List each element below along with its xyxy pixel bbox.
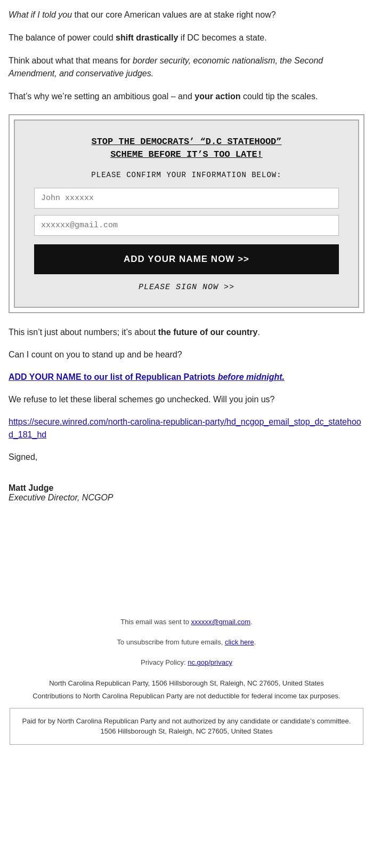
paragraph-7: We refuse to let these liberal schemes g… — [9, 393, 364, 407]
sent-to-prefix: This email was sent to — [120, 618, 191, 626]
unsubscribe-link[interactable]: click here — [225, 638, 254, 646]
p1-rest: that our core American values are at sta… — [72, 10, 275, 19]
spacer — [9, 512, 364, 576]
footer-address: North Carolina Republican Party, 1506 Hi… — [5, 678, 368, 689]
form-subtext: PLEASE CONFIRM YOUR INFORMATION BELOW: — [34, 171, 339, 179]
submit-button[interactable]: ADD YOUR NAME NOW >> — [34, 244, 339, 274]
p4-bold: your action — [194, 92, 240, 101]
url-link[interactable]: https://secure.winred.com/north-carolina… — [9, 416, 364, 441]
italic-start: What if I told you — [9, 10, 72, 19]
paragraph-4: That’s why we’re setting an ambitious go… — [9, 90, 364, 103]
p5-bold: the future of our country — [158, 328, 258, 337]
p5-end: . — [257, 328, 260, 337]
headline-line2: SCHEME BEFORE IT’S TOO LATE! — [110, 149, 263, 160]
form-headline: STOP THE DEMOCRATS’ “D.C STATEHOOD” SCHE… — [34, 136, 339, 161]
cta-link-text-start: ADD YOUR NAME to our list of Republican … — [9, 372, 218, 381]
paragraph-3: Think about what that means for border s… — [9, 54, 364, 81]
p4-start: That’s why we’re setting an ambitious go… — [9, 92, 194, 101]
email-input[interactable] — [34, 215, 339, 236]
p3-start: Think about what that means for — [9, 56, 133, 65]
form-box-outer: STOP THE DEMOCRATS’ “D.C STATEHOOD” SCHE… — [9, 114, 364, 313]
p4-end: could tip the scales. — [240, 92, 318, 101]
footer-contributions: Contributions to North Carolina Republic… — [5, 691, 368, 702]
headline-line1: STOP THE DEMOCRATS’ “D.C STATEHOOD” — [91, 137, 281, 147]
cta-link-italic: before midnight. — [218, 372, 285, 381]
paragraph-1: What if I told you that our core America… — [9, 9, 364, 22]
signer-name: Matt Judge — [9, 483, 364, 493]
footer: This email was sent to xxxxxx@gmail.com.… — [0, 608, 373, 745]
please-sign-text: PLEASE SIGN NOW >> — [34, 283, 339, 292]
p2-bold: shift drastically — [116, 33, 178, 42]
p5-start: This isn’t just about numbers; it’s abou… — [9, 328, 158, 337]
paragraph-6: Can I count on you to stand up and be he… — [9, 348, 364, 362]
sent-to-email[interactable]: xxxxxx@gmail.com — [191, 618, 250, 626]
privacy-link[interactable]: nc.gop/privacy — [188, 658, 232, 666]
footer-privacy: Privacy Policy: nc.gop/privacy — [5, 657, 368, 668]
paragraph-5: This isn’t just about numbers; it’s abou… — [9, 326, 364, 339]
unsubscribe-prefix: To unsubscribe from future emails, — [117, 638, 225, 646]
name-input[interactable] — [34, 188, 339, 209]
signature: Signed, Matt Judge Executive Director, N… — [9, 451, 364, 503]
footer-sent-to: This email was sent to xxxxxx@gmail.com. — [5, 617, 368, 627]
legal-text: Paid for by North Carolina Republican Pa… — [22, 717, 351, 736]
privacy-prefix: Privacy Policy: — [141, 658, 188, 666]
signed-text: Signed, — [9, 451, 364, 464]
form-box-inner: STOP THE DEMOCRATS’ “D.C STATEHOOD” SCHE… — [14, 120, 359, 308]
cta-link[interactable]: ADD YOUR NAME to our list of Republican … — [9, 371, 364, 383]
footer-unsubscribe: To unsubscribe from future emails, click… — [5, 637, 368, 648]
p2-end: if DC becomes a state. — [178, 33, 266, 42]
p2-start: The balance of power could — [9, 33, 116, 42]
main-content: What if I told you that our core America… — [0, 0, 373, 576]
signer-title: Executive Director, NCGOP — [9, 493, 364, 503]
footer-legal-box: Paid for by North Carolina Republican Pa… — [10, 708, 363, 745]
paragraph-2: The balance of power could shift drastic… — [9, 31, 364, 45]
